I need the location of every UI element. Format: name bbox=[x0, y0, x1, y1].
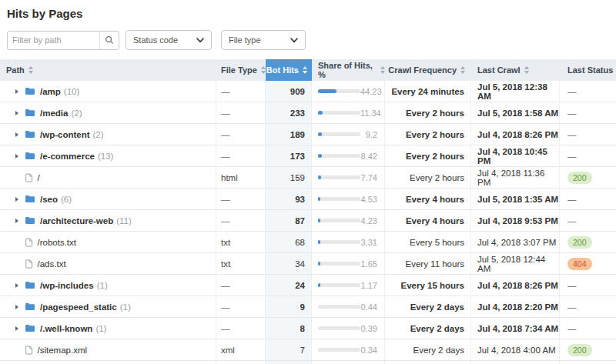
file-type-cell: — bbox=[216, 318, 266, 339]
status-badge: 404 bbox=[567, 258, 592, 270]
sort-icon bbox=[28, 66, 33, 74]
expand-caret-icon[interactable] bbox=[15, 326, 18, 331]
last-status-value: — bbox=[567, 130, 577, 139]
table-row[interactable]: /media(2)—23311.34Every 2 hoursJul 5, 20… bbox=[0, 102, 616, 124]
share-bar bbox=[318, 175, 360, 179]
file-type-select-label: File type bbox=[229, 35, 261, 45]
expand-caret-icon[interactable] bbox=[15, 305, 18, 309]
expand-caret-icon[interactable] bbox=[15, 132, 18, 137]
share-bar-fill bbox=[318, 240, 320, 244]
share-cell: 7.74 bbox=[312, 167, 385, 188]
crawl-frequency-cell: Every 15 hours bbox=[385, 275, 471, 296]
path-cell: /seo(6) bbox=[0, 189, 216, 209]
sort-icon bbox=[303, 66, 307, 74]
table-row[interactable]: /wp-content(2)—1899.2Every 2 hoursJul 4,… bbox=[0, 124, 616, 145]
table-row[interactable]: /seo(6)—934.53Every 4 hoursJul 5, 2018 1… bbox=[0, 189, 616, 210]
share-bar bbox=[318, 197, 360, 201]
table-row[interactable]: /architecture-web(11)—874.23Every 4 hour… bbox=[0, 210, 616, 232]
expand-caret-icon[interactable] bbox=[15, 283, 18, 288]
status-badge: 200 bbox=[567, 236, 592, 249]
table-row[interactable]: /ads.txttxt341.65Every 11 hoursJul 5, 20… bbox=[0, 253, 616, 275]
table-row[interactable]: /wp-includes(1)—241.17Every 15 hoursJul … bbox=[0, 275, 616, 296]
bot-hits-value: 909 bbox=[290, 87, 305, 96]
column-header-crawl-frequency[interactable]: Crawl Frequency bbox=[385, 59, 471, 81]
last-status-cell: 200 bbox=[560, 232, 616, 252]
column-header-bot-hits[interactable]: Bot Hits bbox=[266, 59, 312, 81]
crawl-frequency-cell: Every 4 hours bbox=[385, 189, 471, 209]
file-icon bbox=[25, 173, 33, 182]
path-cell: /9-mass-action-dans-le-grid-magento.html bbox=[0, 361, 216, 364]
crawl-frequency-value: Every 2 days bbox=[410, 324, 464, 333]
table-row[interactable]: /sitemap.xmlxml70.34Every 2 daysJul 4, 2… bbox=[0, 339, 616, 361]
share-value: 0.44 bbox=[360, 302, 384, 312]
column-header-path[interactable]: Path bbox=[0, 59, 216, 81]
path-filter-input[interactable] bbox=[8, 32, 99, 49]
child-count: (6) bbox=[61, 195, 72, 204]
folder-icon bbox=[25, 87, 35, 95]
share-value: 9.2 bbox=[360, 130, 384, 139]
expand-caret-icon[interactable] bbox=[15, 89, 18, 94]
share-bar-fill bbox=[318, 111, 323, 115]
file-type-value: — bbox=[221, 302, 230, 312]
crawl-frequency-cell: Every 2 days bbox=[385, 339, 471, 360]
child-count: (2) bbox=[71, 109, 82, 118]
path-cell: /robots.txt bbox=[0, 232, 216, 252]
last-crawl-value: Jul 4, 2018 2:20 PM bbox=[477, 302, 558, 312]
bot-hits-cell: 909 bbox=[266, 81, 312, 102]
folder-icon bbox=[25, 302, 35, 311]
column-header-share[interactable]: Share of Hits, % bbox=[312, 59, 385, 81]
last-crawl-cell: Jul 4, 2018 2:20 PM bbox=[471, 296, 560, 317]
status-code-select[interactable]: Status code bbox=[126, 30, 212, 50]
expand-caret-icon[interactable] bbox=[15, 219, 18, 223]
table-row[interactable]: /pagespeed_static(1)—90.44Every 2 daysJu… bbox=[0, 296, 616, 318]
crawl-frequency-cell: Every 4 hours bbox=[385, 210, 471, 231]
table-row[interactable]: /e-commerce(13)—1738.42Every 2 hoursJul … bbox=[0, 145, 616, 167]
table-row[interactable]: /html1597.74Every 2 hoursJul 4, 2018 11:… bbox=[0, 167, 616, 189]
share-value: 1.17 bbox=[360, 281, 384, 290]
folder-icon bbox=[25, 152, 35, 160]
table-row[interactable]: /.well-known(1)—80.39Every 2 daysJul 4, … bbox=[0, 318, 616, 339]
file-type-value: xml bbox=[221, 346, 235, 355]
crawl-frequency-value: Every 2 hours bbox=[406, 130, 464, 139]
last-status-value: — bbox=[567, 152, 577, 161]
last-status-cell: — bbox=[560, 102, 616, 123]
chevron-down-icon bbox=[290, 38, 298, 43]
path-label: /ads.txt bbox=[38, 259, 66, 269]
last-status-value: — bbox=[567, 87, 577, 96]
share-cell: 0.39 bbox=[312, 318, 385, 339]
folder-icon bbox=[25, 216, 35, 225]
last-status-cell: — bbox=[560, 296, 616, 317]
file-type-cell: xml bbox=[216, 339, 266, 360]
table-row[interactable]: /amp(10)—90944.23Every 24 minutesJul 5, … bbox=[0, 81, 616, 102]
last-status-value: — bbox=[567, 195, 577, 204]
column-header-last-crawl[interactable]: Last Crawl bbox=[471, 59, 560, 81]
table-row[interactable]: /9-mass-action-dans-le-grid-magento.html… bbox=[0, 361, 616, 364]
bot-hits-value: 68 bbox=[295, 238, 305, 247]
path-label: / bbox=[38, 173, 40, 182]
expand-caret-icon[interactable] bbox=[15, 197, 18, 202]
share-cell: 4.23 bbox=[312, 210, 385, 231]
file-type-select[interactable]: File type bbox=[221, 30, 306, 50]
table-row[interactable]: /robots.txttxt683.31Every 5 hoursJul 4, … bbox=[0, 232, 616, 253]
file-icon bbox=[25, 259, 33, 269]
child-count: (11) bbox=[116, 216, 132, 225]
path-cell: /.well-known(1) bbox=[0, 318, 216, 339]
path-cell: /e-commerce(13) bbox=[0, 145, 216, 166]
expand-caret-icon[interactable] bbox=[15, 154, 18, 159]
child-count: (1) bbox=[120, 302, 131, 312]
crawl-frequency-value: Every 11 hours bbox=[406, 259, 465, 269]
last-crawl-cell: Jul 4, 2018 8:26 PM bbox=[471, 124, 560, 145]
search-button[interactable] bbox=[99, 32, 119, 49]
crawl-frequency-cell: Every 2 days bbox=[385, 318, 471, 339]
file-type-cell: — bbox=[216, 81, 266, 102]
last-crawl-cell: Jun 30, 2018 6:56 PM bbox=[471, 361, 560, 364]
share-bar-fill bbox=[318, 154, 322, 158]
path-cell: /media(2) bbox=[0, 102, 216, 123]
page-title: Hits by Pages bbox=[7, 7, 616, 20]
status-badge: 200 bbox=[567, 344, 592, 356]
bot-hits-cell: 159 bbox=[266, 167, 312, 188]
expand-caret-icon[interactable] bbox=[15, 111, 18, 115]
column-header-file-type[interactable]: File Type bbox=[216, 59, 266, 81]
bot-hits-cell: 173 bbox=[266, 145, 312, 166]
share-value: 11.34 bbox=[360, 109, 388, 118]
